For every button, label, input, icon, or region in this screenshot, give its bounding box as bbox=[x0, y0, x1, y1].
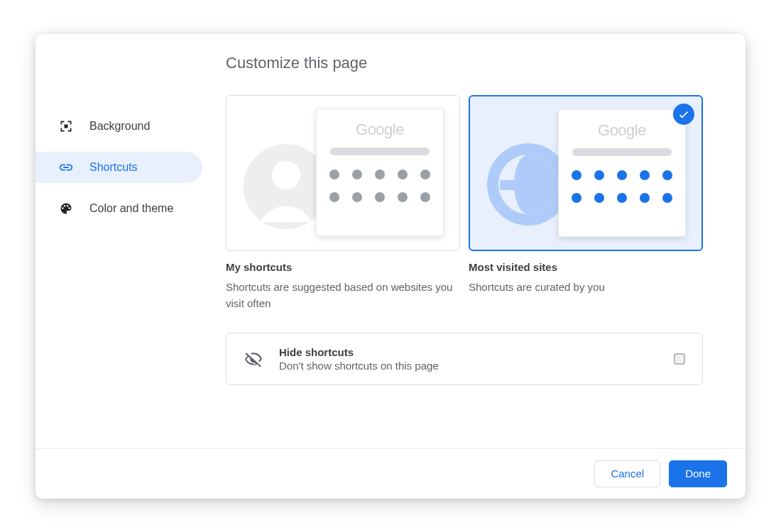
dialog-footer: Cancel Done bbox=[36, 448, 746, 499]
option-card-my-shortcuts[interactable]: Google bbox=[226, 95, 460, 251]
sidebar-item-shortcuts[interactable]: Shortcuts bbox=[36, 152, 202, 183]
background-icon bbox=[58, 118, 74, 134]
svg-point-2 bbox=[64, 205, 66, 207]
svg-rect-9 bbox=[500, 180, 557, 190]
cancel-button[interactable]: Cancel bbox=[594, 460, 660, 487]
sidebar-item-label: Color and theme bbox=[89, 202, 173, 215]
dialog-body: Background Shortcuts bbox=[36, 34, 746, 448]
dialog-title: Customize this page bbox=[226, 54, 703, 72]
sidebar: Background Shortcuts bbox=[36, 54, 220, 434]
sidebar-item-label: Shortcuts bbox=[89, 161, 138, 174]
option-my-shortcuts: Google My shortcuts Shortcuts are sugges… bbox=[226, 95, 460, 312]
hide-shortcuts-checkbox[interactable] bbox=[674, 353, 685, 365]
sidebar-item-label: Background bbox=[89, 120, 150, 133]
svg-point-4 bbox=[68, 207, 70, 209]
svg-point-3 bbox=[67, 205, 69, 207]
svg-point-6 bbox=[272, 161, 300, 189]
hide-text: Hide shortcuts Don't show shortcuts on t… bbox=[279, 346, 674, 372]
mini-searchbar bbox=[572, 148, 672, 156]
main-content: Customize this page Google bbox=[220, 54, 746, 434]
mini-searchbar bbox=[330, 148, 430, 155]
option-description: Shortcuts are curated by you bbox=[469, 279, 703, 295]
option-description: Shortcuts are suggested based on website… bbox=[226, 279, 460, 312]
mini-shortcut-dots bbox=[322, 170, 437, 202]
link-icon bbox=[58, 160, 74, 175]
hide-description: Don't show shortcuts on this page bbox=[279, 360, 674, 372]
mini-shortcut-dots bbox=[564, 170, 679, 203]
option-title: My shortcuts bbox=[226, 261, 460, 273]
mini-preview: Google bbox=[558, 109, 686, 237]
mini-google-logo: Google bbox=[598, 121, 646, 140]
mini-preview: Google bbox=[316, 109, 444, 236]
option-card-most-visited[interactable]: Google bbox=[469, 95, 703, 251]
hide-shortcuts-row: Hide shortcuts Don't show shortcuts on t… bbox=[226, 333, 703, 385]
done-button[interactable]: Done bbox=[669, 460, 727, 487]
svg-rect-0 bbox=[65, 124, 68, 128]
option-title: Most visited sites bbox=[469, 261, 703, 273]
sidebar-item-color-theme[interactable]: Color and theme bbox=[36, 193, 202, 224]
svg-point-1 bbox=[62, 207, 64, 209]
mini-google-logo: Google bbox=[356, 121, 404, 139]
sidebar-item-background[interactable]: Background bbox=[36, 111, 202, 142]
option-most-visited: Google Most visited sites Shortcuts bbox=[469, 95, 703, 312]
visibility-off-icon bbox=[244, 349, 263, 369]
shortcut-options: Google My shortcuts Shortcuts are sugges… bbox=[226, 95, 703, 312]
palette-icon bbox=[58, 201, 74, 216]
hide-title: Hide shortcuts bbox=[279, 346, 674, 358]
customize-dialog: Background Shortcuts bbox=[36, 34, 746, 499]
checkmark-icon bbox=[673, 104, 694, 125]
